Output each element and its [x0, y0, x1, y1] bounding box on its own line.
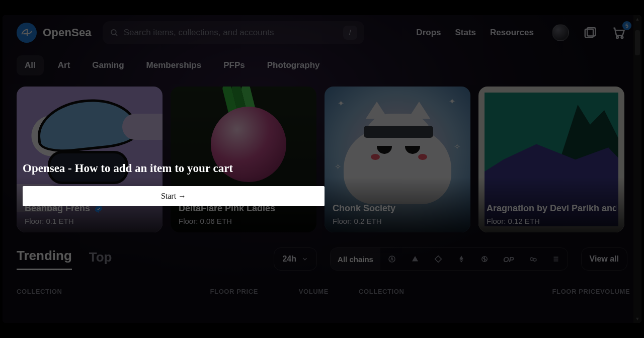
tutorial-title: Opensea - How to add an item to your car…	[23, 162, 325, 175]
tutorial-modal: Opensea - How to add an item to your car…	[23, 162, 325, 206]
app-viewport: OpenSea / Drops Stats Resources	[3, 15, 641, 323]
tutorial-start-button[interactable]: Start →	[23, 186, 325, 206]
